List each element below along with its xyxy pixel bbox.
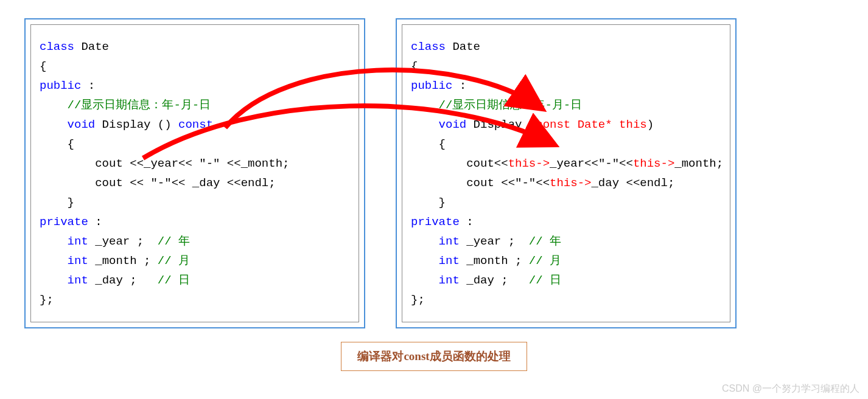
kw-private: private — [40, 215, 88, 229]
right-code: class Date { public : //显示日期信息：年-月-日 voi… — [411, 37, 721, 310]
t: cout <<"-"<< — [411, 176, 550, 190]
t: _month ; — [88, 254, 158, 268]
t: } — [411, 196, 446, 209]
kw-private: private — [411, 215, 460, 229]
t — [411, 118, 439, 131]
panels-container: class Date { public : //显示日期信息：年-月-日 voi… — [24, 18, 844, 328]
t: cout <<_year<< "-" <<_month; — [40, 157, 289, 170]
t — [40, 254, 68, 268]
kw-int: int — [439, 254, 460, 268]
left-panel: class Date { public : //显示日期信息：年-月-日 voi… — [24, 18, 365, 328]
kw-void: void — [439, 118, 467, 131]
t: } — [40, 196, 74, 209]
t: cout<< — [411, 157, 508, 170]
t: : — [460, 215, 474, 229]
this-ptr: this-> — [633, 157, 674, 170]
t — [40, 118, 68, 131]
this-ptr: this-> — [508, 157, 550, 170]
t: { — [411, 137, 446, 151]
t: _year ; — [460, 235, 529, 248]
t: _day ; — [460, 274, 529, 287]
t: _day ; — [88, 274, 158, 287]
kw-class: class — [40, 40, 74, 54]
cmt: // 年 — [529, 235, 561, 248]
kw-const: const — [178, 118, 213, 131]
cmt: // 月 — [529, 254, 561, 268]
const-this: const Date* this — [536, 118, 646, 131]
t: }; — [40, 293, 54, 307]
t: Date — [74, 40, 109, 54]
t: : — [88, 215, 102, 229]
cmt: // 月 — [158, 254, 190, 268]
t — [411, 254, 439, 268]
right-code-box: class Date { public : //显示日期信息：年-月-日 voi… — [402, 24, 730, 322]
t — [40, 235, 68, 248]
t: { — [40, 60, 46, 73]
t: : — [452, 79, 466, 92]
t: _year<<"-"<< — [550, 157, 633, 170]
kw-int: int — [439, 235, 460, 248]
this-ptr: this-> — [550, 176, 591, 190]
kw-int: int — [68, 254, 88, 268]
comment: //显示日期信息：年-月-日 — [411, 99, 582, 112]
kw-class: class — [411, 40, 446, 54]
kw-int: int — [68, 235, 88, 248]
t: cout << "-"<< _day <<endl; — [40, 176, 276, 190]
t — [411, 274, 439, 287]
t: _month; — [674, 157, 723, 170]
t: Display ( — [466, 118, 536, 131]
kw-int: int — [68, 274, 88, 287]
left-code: class Date { public : //显示日期信息：年-月-日 voi… — [40, 37, 350, 310]
right-panel: class Date { public : //显示日期信息：年-月-日 voi… — [396, 18, 737, 328]
kw-public: public — [411, 79, 452, 92]
comment: //显示日期信息：年-月-日 — [40, 99, 211, 112]
kw-public: public — [40, 79, 81, 92]
kw-void: void — [68, 118, 96, 131]
cmt: // 年 — [158, 235, 190, 248]
t: _day <<endl; — [591, 176, 674, 190]
t: { — [40, 137, 74, 151]
t: : — [81, 79, 95, 92]
left-code-box: class Date { public : //显示日期信息：年-月-日 voi… — [30, 24, 359, 322]
t: _month ; — [460, 254, 529, 268]
t: Date — [446, 40, 480, 54]
t — [40, 274, 68, 287]
kw-int: int — [439, 274, 460, 287]
t: Display () — [95, 118, 178, 131]
caption: 编译器对const成员函数的处理 — [341, 342, 527, 371]
t: }; — [411, 293, 425, 307]
t — [411, 235, 439, 248]
t: _year ; — [88, 235, 158, 248]
t: ) — [647, 118, 654, 131]
watermark: CSDN @一个努力学习编程的人 — [722, 383, 859, 395]
cmt: // 日 — [529, 274, 561, 287]
t: { — [411, 60, 418, 73]
cmt: // 日 — [158, 274, 190, 287]
